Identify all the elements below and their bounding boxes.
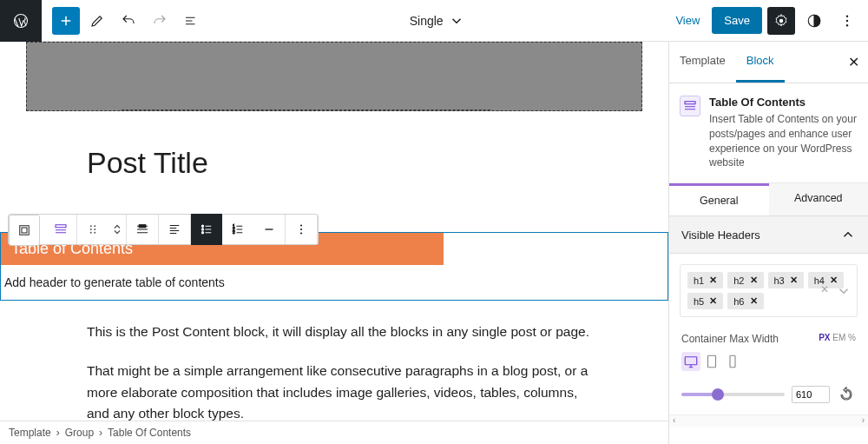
move-up-down-button[interactable] <box>108 214 126 245</box>
container-width-field: Container Max Width PX EM % <box>669 328 868 381</box>
content-paragraph: This is the Post Content block, it will … <box>87 321 599 343</box>
wp-logo[interactable] <box>0 0 42 42</box>
svg-point-13 <box>90 232 92 234</box>
svg-point-11 <box>90 229 92 230</box>
top-toolbar: Single View Save <box>0 0 868 42</box>
sidebar-scrollbar[interactable]: ‹› <box>669 414 868 427</box>
chip-h1[interactable]: h1✕ <box>687 272 723 288</box>
breadcrumb-item[interactable]: Group <box>65 427 94 439</box>
device-desktop-button[interactable] <box>681 352 700 371</box>
svg-rect-26 <box>685 357 697 365</box>
svg-point-12 <box>94 229 95 230</box>
width-input[interactable] <box>792 386 830 403</box>
sidebar-subtabs: General Advanced <box>669 183 868 216</box>
editor-canvas: Post Title 123 <box>0 42 668 444</box>
chip-h6[interactable]: h6✕ <box>727 293 763 309</box>
breadcrumb-item[interactable]: Template <box>9 427 51 439</box>
chevron-down-icon[interactable] <box>836 283 852 299</box>
top-right-tools: View Save <box>668 7 861 35</box>
toc-block-icon <box>680 96 700 116</box>
list-bullet-button[interactable] <box>191 214 222 245</box>
chip-h2[interactable]: h2✕ <box>727 272 763 288</box>
svg-rect-28 <box>730 355 735 368</box>
list-none-button[interactable] <box>253 214 285 245</box>
document-label: Single <box>410 14 444 28</box>
chip-h3[interactable]: h3✕ <box>768 272 804 288</box>
close-sidebar-button[interactable]: ✕ <box>839 42 868 83</box>
breadcrumb-item[interactable]: Table Of Contents <box>108 427 191 439</box>
width-slider-row <box>669 381 868 414</box>
svg-point-10 <box>94 225 95 227</box>
svg-point-23 <box>300 229 302 230</box>
block-type-button[interactable] <box>45 214 76 245</box>
svg-point-22 <box>300 224 302 226</box>
block-breadcrumb: Template› Group› Table Of Contents <box>0 421 668 444</box>
chevron-down-icon <box>449 13 464 29</box>
chip-h5[interactable]: h5✕ <box>687 293 723 309</box>
remove-icon[interactable]: ✕ <box>750 295 758 307</box>
featured-image-placeholder[interactable] <box>26 42 642 111</box>
unit-selector[interactable]: PX EM % <box>819 333 856 342</box>
svg-rect-15 <box>139 225 146 228</box>
block-description: Insert Table of Contents on your posts/p… <box>709 112 858 170</box>
block-info-card: Table Of Contents Insert Table of Conten… <box>669 83 868 183</box>
post-title-block[interactable]: Post Title <box>0 146 668 180</box>
view-link[interactable]: View <box>668 9 707 32</box>
top-left-tools <box>42 7 205 35</box>
align-button[interactable] <box>127 214 158 245</box>
svg-rect-27 <box>708 355 716 368</box>
svg-point-17 <box>201 229 203 230</box>
visible-headers-chips[interactable]: h1✕ h2✕ h3✕ h4✕ h5✕ h6✕ ✕ <box>680 264 858 317</box>
toc-block-placeholder: Add header to generate table of contents <box>1 265 667 300</box>
list-ordered-button[interactable]: 123 <box>222 214 253 245</box>
remove-icon[interactable]: ✕ <box>709 275 717 286</box>
parent-block-button[interactable] <box>9 215 40 246</box>
svg-point-5 <box>846 24 848 26</box>
undo-button[interactable] <box>115 7 142 35</box>
svg-rect-6 <box>20 226 30 235</box>
block-more-button[interactable] <box>286 214 317 245</box>
redo-button[interactable] <box>146 7 174 35</box>
svg-point-14 <box>94 232 95 234</box>
svg-point-1 <box>779 18 784 23</box>
remove-icon[interactable]: ✕ <box>790 275 798 286</box>
edit-mode-button[interactable] <box>83 7 111 35</box>
svg-point-16 <box>201 225 203 227</box>
svg-point-3 <box>846 15 848 17</box>
save-button[interactable]: Save <box>712 7 762 34</box>
chevron-up-icon <box>840 227 856 242</box>
slider-thumb[interactable] <box>712 388 724 401</box>
reset-width-button[interactable] <box>837 385 856 404</box>
drag-handle-button[interactable] <box>77 214 108 245</box>
list-view-button[interactable] <box>177 7 205 35</box>
remove-icon[interactable]: ✕ <box>750 275 758 286</box>
clear-chips-button[interactable]: ✕ <box>820 283 829 299</box>
svg-point-24 <box>300 232 302 234</box>
device-tablet-button[interactable] <box>702 352 721 371</box>
add-block-button[interactable] <box>52 7 80 35</box>
settings-sidebar: Template Block ✕ Table Of Contents Inser… <box>668 42 868 444</box>
justify-button[interactable] <box>159 214 190 245</box>
subtab-general[interactable]: General <box>669 183 769 215</box>
block-toolbar: 123 <box>8 214 319 245</box>
more-menu-button[interactable] <box>833 7 861 35</box>
svg-rect-8 <box>56 225 66 228</box>
svg-rect-7 <box>22 228 27 233</box>
block-name: Table Of Contents <box>709 96 858 109</box>
svg-point-18 <box>201 232 203 234</box>
remove-icon[interactable]: ✕ <box>709 295 717 307</box>
tab-template[interactable]: Template <box>669 42 736 83</box>
panel-visible-headers[interactable]: Visible Headers <box>669 216 868 254</box>
svg-text:3: 3 <box>233 230 235 235</box>
device-mobile-button[interactable] <box>723 352 742 371</box>
sidebar-tabs: Template Block ✕ <box>669 42 868 83</box>
subtab-advanced[interactable]: Advanced <box>769 183 869 215</box>
document-selector[interactable]: Single <box>205 13 668 29</box>
styles-button[interactable] <box>800 7 828 35</box>
settings-button[interactable] <box>767 7 795 35</box>
svg-point-9 <box>90 225 92 227</box>
svg-point-4 <box>846 19 848 21</box>
content-paragraph: That might be a simple arrangement like … <box>87 361 599 425</box>
width-slider[interactable] <box>681 393 785 396</box>
tab-block[interactable]: Block <box>736 42 785 83</box>
